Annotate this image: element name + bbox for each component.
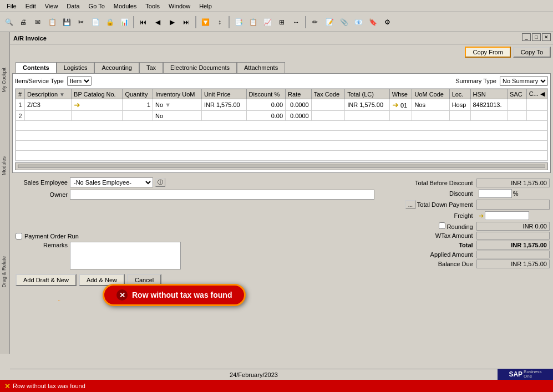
payment-order-run-checkbox[interactable] bbox=[16, 233, 22, 240]
toolbar-btn-attach[interactable]: 📎 bbox=[337, 16, 351, 29]
total-value: INR 1,575.00 bbox=[476, 241, 550, 250]
menu-edit[interactable]: Edit bbox=[21, 2, 40, 11]
table-row: 2 No 0.00 0.0000 bbox=[16, 111, 547, 121]
toolbar-btn-extra2[interactable]: ⚙ bbox=[380, 16, 394, 29]
item-service-type-select[interactable]: Item bbox=[67, 76, 92, 86]
down-payment-btn[interactable]: ... bbox=[405, 200, 415, 209]
tab-attachments[interactable]: Attachments bbox=[237, 62, 285, 73]
menu-file[interactable]: File bbox=[2, 2, 21, 11]
payment-order-run-row: Payment Order Run bbox=[16, 233, 371, 240]
col-inv-uom: Inventory UoM bbox=[153, 89, 202, 99]
add-draft-new-button[interactable]: Add Draft & New bbox=[16, 274, 77, 286]
menu-modules[interactable]: Modules bbox=[109, 2, 141, 11]
cell-rate-2[interactable]: 0.0000 bbox=[286, 111, 312, 121]
copy-from-button[interactable]: Copy From bbox=[465, 47, 510, 58]
toolbar-btn-email2[interactable]: 📧 bbox=[352, 16, 365, 29]
col-quantity: Quantity bbox=[123, 89, 153, 99]
toolbar-btn-filter[interactable]: 🔽 bbox=[199, 16, 212, 29]
cell-price-2[interactable] bbox=[201, 111, 246, 121]
cell-desc-1[interactable]: Z/C3 bbox=[25, 99, 72, 111]
cell-price-1[interactable]: INR 1,575.00 bbox=[201, 99, 246, 111]
freight-input[interactable] bbox=[485, 211, 529, 220]
rounding-checkbox[interactable] bbox=[439, 222, 445, 229]
toolbar-btn-edit[interactable]: ✏ bbox=[308, 16, 322, 29]
col-rate: Rate bbox=[286, 89, 312, 99]
toolbar-btn-grid[interactable]: ⊞ bbox=[275, 16, 288, 29]
toolbar-sep-3 bbox=[229, 16, 230, 28]
wtax-value bbox=[476, 232, 550, 240]
tab-tax[interactable]: Tax bbox=[139, 62, 163, 73]
side-label-cockpit[interactable]: My Cockpit bbox=[0, 65, 10, 95]
cell-c-2 bbox=[526, 111, 547, 121]
cell-hsn-1: 84821013. bbox=[470, 99, 508, 111]
col-discount: Discount % bbox=[246, 89, 286, 99]
horizontal-scrollbar[interactable] bbox=[15, 162, 548, 170]
cell-qty-2[interactable] bbox=[123, 111, 153, 121]
remarks-textarea[interactable] bbox=[70, 242, 181, 269]
cell-disc-1[interactable]: 0.00 bbox=[246, 99, 286, 111]
toolbar-btn-9[interactable]: 📊 bbox=[118, 16, 131, 29]
toolbar-nav-first[interactable]: ⏮ bbox=[136, 16, 150, 29]
toolbar-nav-next[interactable]: ▶ bbox=[165, 16, 179, 29]
tab-electronic-docs[interactable]: Electronic Documents bbox=[163, 62, 237, 73]
toolbar-btn-5[interactable]: 💾 bbox=[60, 16, 73, 29]
tab-contents[interactable]: Contents bbox=[16, 62, 57, 73]
toolbar-nav-last[interactable]: ⏭ bbox=[180, 16, 193, 29]
toolbar-btn-doc[interactable]: 📝 bbox=[323, 16, 336, 29]
cell-taxcode-1[interactable] bbox=[311, 99, 345, 111]
error-bubble: ✕ Row without tax was found bbox=[103, 284, 246, 306]
menu-window[interactable]: Window bbox=[164, 2, 195, 11]
total-down-payment-value bbox=[476, 200, 550, 210]
tab-logistics[interactable]: Logistics bbox=[57, 62, 95, 73]
discount-input[interactable] bbox=[479, 189, 512, 198]
table-row-empty bbox=[16, 121, 547, 131]
toolbar-btn-pivot[interactable]: ↔ bbox=[290, 16, 303, 29]
toolbar-btn-3[interactable]: ✉ bbox=[31, 16, 44, 29]
error-x-icon: ✕ bbox=[116, 289, 128, 301]
discount-label: Discount bbox=[380, 189, 475, 198]
toolbar-btn-8[interactable]: 🔒 bbox=[103, 16, 116, 29]
side-label-drag[interactable]: Drag & Relate bbox=[0, 254, 10, 290]
col-loc: Loc. bbox=[449, 89, 470, 99]
sales-employee-row: Sales Employee -No Sales Employee- ⓘ bbox=[12, 177, 374, 187]
toolbar-btn-1[interactable]: 🔍 bbox=[2, 16, 16, 29]
cell-taxcode-2[interactable] bbox=[311, 111, 345, 121]
menu-data[interactable]: Data bbox=[62, 2, 84, 11]
window-titlebar: A/R Invoice _ □ ✕ bbox=[10, 32, 553, 44]
toolbar-nav-prev[interactable]: ◀ bbox=[151, 16, 164, 29]
menu-goto[interactable]: Go To bbox=[84, 2, 109, 11]
summary-type-select[interactable]: No Summary bbox=[500, 76, 548, 86]
window-title: A/R Invoice bbox=[13, 35, 47, 42]
cell-rate-1[interactable]: 0.0000 bbox=[286, 99, 312, 111]
menu-tools[interactable]: Tools bbox=[141, 2, 164, 11]
cell-bp-2 bbox=[72, 111, 123, 121]
cell-disc-2[interactable]: 0.00 bbox=[246, 111, 286, 121]
owner-input[interactable] bbox=[70, 190, 374, 200]
cell-desc-2[interactable] bbox=[25, 111, 72, 121]
error-bubble-text: Row without tax was found bbox=[132, 291, 232, 299]
toolbar-btn-chart[interactable]: 📈 bbox=[261, 16, 274, 29]
toolbar-btn-4[interactable]: 📋 bbox=[45, 16, 59, 29]
toolbar-btn-extra1[interactable]: 🔖 bbox=[366, 16, 379, 29]
sales-employee-select[interactable]: -No Sales Employee- bbox=[70, 177, 153, 187]
toolbar-btn-sort[interactable]: ↕ bbox=[213, 16, 226, 29]
toolbar-btn-paste[interactable]: 📋 bbox=[246, 16, 260, 29]
status-bar-text: Row without tax was found bbox=[13, 383, 85, 389]
remarks-label: Remarks bbox=[12, 242, 68, 248]
sales-employee-info-btn[interactable]: ⓘ bbox=[155, 178, 165, 187]
toolbar-btn-6[interactable]: ✂ bbox=[74, 16, 88, 29]
cell-qty-1[interactable]: 1 bbox=[123, 99, 153, 111]
toolbar-btn-copy[interactable]: 📑 bbox=[232, 16, 245, 29]
menu-help[interactable]: Help bbox=[195, 2, 216, 11]
copy-to-button[interactable]: Copy To bbox=[513, 47, 551, 58]
menu-view[interactable]: View bbox=[40, 2, 63, 11]
toolbar-btn-7[interactable]: 📄 bbox=[89, 16, 102, 29]
tab-accounting[interactable]: Accounting bbox=[94, 62, 139, 73]
toolbar-sep-2 bbox=[195, 16, 196, 28]
toolbar-btn-2[interactable]: 🖨 bbox=[17, 16, 30, 29]
win-close[interactable]: ✕ bbox=[542, 33, 551, 41]
side-panel-left: My Cockpit Modules Drag & Relate bbox=[0, 32, 10, 354]
win-maximize[interactable]: □ bbox=[532, 33, 541, 41]
side-label-modules[interactable]: Modules bbox=[0, 154, 10, 177]
win-minimize[interactable]: _ bbox=[522, 33, 531, 41]
